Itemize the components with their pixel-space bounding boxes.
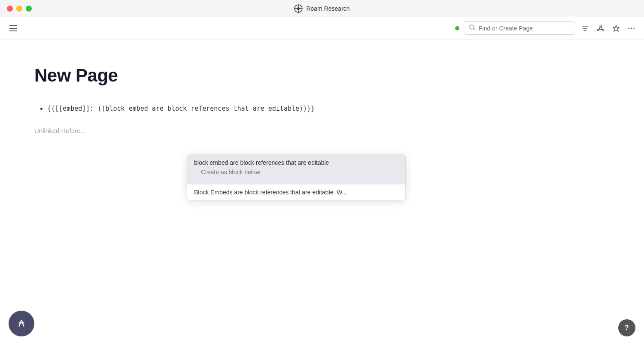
dropdown-item-1-text: block embed are block references that ar… xyxy=(194,159,398,166)
svg-line-7 xyxy=(474,29,475,30)
app-name-label: Roam Research xyxy=(306,5,349,12)
dropdown-item-2[interactable]: Block Embeds are block references that a… xyxy=(187,185,405,200)
search-box[interactable] xyxy=(464,21,575,35)
search-icon xyxy=(469,24,475,32)
sync-status-dot xyxy=(455,26,459,30)
search-input[interactable] xyxy=(479,25,570,32)
svg-line-17 xyxy=(599,29,600,29)
block-list: {{[[embed]]: ((block embed are block ref… xyxy=(34,103,610,114)
svg-point-12 xyxy=(600,25,601,27)
hamburger-menu-button[interactable] xyxy=(7,23,20,34)
svg-point-13 xyxy=(602,29,604,31)
more-options-button[interactable] xyxy=(626,23,637,34)
close-button[interactable] xyxy=(7,6,13,12)
roam-logo-icon xyxy=(294,4,303,13)
dropdown-item-2-text: Block Embeds are block references that a… xyxy=(194,189,347,196)
svg-line-16 xyxy=(602,29,603,29)
svg-point-19 xyxy=(629,27,630,29)
page-title[interactable]: New Page xyxy=(34,65,610,86)
graph-filter-button[interactable] xyxy=(595,23,606,34)
block-text[interactable]: {{[[embed]]: ((block embed are block ref… xyxy=(47,105,315,112)
maximize-button[interactable] xyxy=(26,6,32,12)
hamburger-line-3 xyxy=(9,30,17,31)
toolbar xyxy=(0,17,644,39)
block-search-dropdown: block embed are block references that ar… xyxy=(187,154,406,200)
star-button[interactable] xyxy=(611,23,622,34)
dropdown-item-1-sub: Create as block below xyxy=(194,166,398,180)
unlinked-references-label: Unlinked Refere... xyxy=(34,127,610,134)
app-title: Roam Research xyxy=(294,4,349,13)
minimize-button[interactable] xyxy=(16,6,22,12)
toolbar-right xyxy=(455,21,637,35)
hamburger-line-1 xyxy=(9,25,17,26)
main-content: New Page {{[[embed]]: ((block embed are … xyxy=(0,39,644,160)
svg-marker-18 xyxy=(613,25,619,31)
hamburger-line-2 xyxy=(9,28,17,29)
block-item: {{[[embed]]: ((block embed are block ref… xyxy=(47,103,610,114)
help-label: ? xyxy=(625,324,629,332)
svg-point-1 xyxy=(297,7,300,10)
window-controls xyxy=(7,6,32,12)
svg-point-21 xyxy=(634,27,635,29)
svg-point-11 xyxy=(599,27,602,30)
titlebar: Roam Research xyxy=(0,0,644,17)
svg-point-14 xyxy=(597,29,599,31)
help-button[interactable]: ? xyxy=(618,319,635,336)
avatar-button[interactable]: ₳ xyxy=(9,311,34,336)
filter-button[interactable] xyxy=(580,23,591,34)
dropdown-item-1[interactable]: block embed are block references that ar… xyxy=(187,155,405,184)
svg-point-20 xyxy=(631,27,632,29)
avatar-symbol: ₳ xyxy=(18,318,24,329)
